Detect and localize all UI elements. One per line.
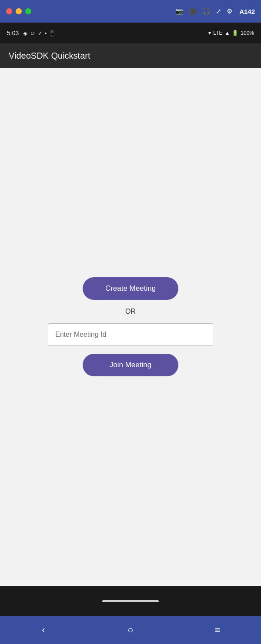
app-bar: VideoSDK Quickstart [0, 43, 261, 68]
meeting-id-input[interactable] [48, 323, 213, 346]
headphones-icon: 🎧 [202, 7, 211, 15]
settings-icon: ⚙ [227, 7, 232, 15]
app-title: VideoSDK Quickstart [9, 51, 90, 61]
lte-icon: LTE [213, 30, 222, 36]
home-indicator-bar [0, 586, 261, 616]
fullscreen-icon: ⤢ [216, 7, 221, 15]
status-time: 5:03 [7, 30, 19, 37]
wifi-icon: ▾ [208, 30, 211, 36]
title-bar: 📷 🎥 🎧 ⤢ ⚙ A142 [0, 0, 261, 23]
status-icons-left: ◈ ☺ ✓ ▪ 📱 [23, 30, 56, 37]
signal-icon: ▲ [224, 30, 230, 36]
video-icon: 🎥 [189, 7, 197, 15]
title-bar-icons: 📷 🎥 🎧 ⤢ ⚙ A142 [175, 7, 255, 15]
camera-icon: 📷 [175, 7, 184, 15]
traffic-light-red[interactable] [6, 8, 12, 14]
traffic-light-green[interactable] [25, 8, 31, 14]
traffic-light-yellow[interactable] [16, 8, 22, 14]
or-label: OR [125, 308, 136, 315]
back-button[interactable]: ‹ [33, 619, 54, 641]
check-circle-icon: ✓ [38, 30, 43, 37]
battery-percent: 100% [241, 30, 254, 36]
create-meeting-button[interactable]: Create Meeting [83, 277, 178, 300]
wifi-signal-icon: ◈ [23, 30, 27, 37]
main-content: Create Meeting OR Join Meeting [0, 68, 261, 586]
home-indicator [102, 600, 159, 602]
window-badge: A142 [239, 8, 255, 15]
home-button[interactable]: ○ [120, 619, 141, 641]
stop-icon: ▪ [45, 30, 47, 37]
face-icon: ☺ [30, 30, 35, 37]
phone-icon: 📱 [49, 30, 56, 37]
nav-bar: ‹ ○ ≡ [0, 616, 261, 644]
status-bar: 5:03 ◈ ☺ ✓ ▪ 📱 ▾ LTE ▲ 🔋 100% [0, 23, 261, 43]
battery-icon: 🔋 [232, 30, 238, 36]
recents-button[interactable]: ≡ [207, 619, 228, 641]
join-meeting-button[interactable]: Join Meeting [83, 354, 178, 376]
status-icons-right: ▾ LTE ▲ 🔋 100% [208, 30, 254, 36]
